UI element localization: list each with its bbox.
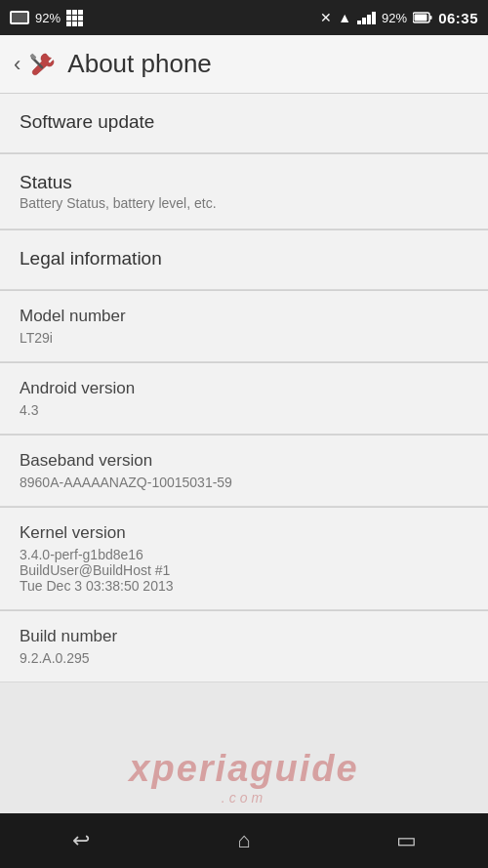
battery-percent: 92% xyxy=(382,11,407,25)
status-item[interactable]: Status Battery Status, battery level, et… xyxy=(0,154,488,229)
legal-information-title: Legal information xyxy=(20,248,468,269)
android-version-item: Android version 4.3 xyxy=(0,363,488,434)
software-update-title: Software update xyxy=(20,111,468,133)
top-left-battery: 92% xyxy=(35,11,61,25)
svg-rect-1 xyxy=(430,16,432,20)
content-area: Software update Status Battery Status, b… xyxy=(0,94,488,813)
svg-rect-4 xyxy=(30,53,37,60)
build-number-label: Build number xyxy=(20,627,468,646)
battery-icon xyxy=(413,12,432,23)
nav-back-button[interactable]: ↩ xyxy=(52,821,110,860)
status-time: 06:35 xyxy=(438,10,478,26)
baseband-version-value: 8960A-AAAAANAZQ-10015031-59 xyxy=(20,475,468,490)
status-subtitle: Battery Status, battery level, etc. xyxy=(20,195,468,211)
kernel-version-label: Kernel version xyxy=(20,523,468,543)
kernel-version-value: 3.4.0-perf-g1bd8e16 BuildUser@BuildHost … xyxy=(20,547,468,594)
page-title: About phone xyxy=(67,49,211,79)
baseband-version-label: Baseband version xyxy=(20,451,468,471)
model-number-item: Model number LT29i xyxy=(0,291,488,362)
status-title: Status xyxy=(20,172,468,193)
kernel-version-item: Kernel version 3.4.0-perf-g1bd8e16 Build… xyxy=(0,508,488,610)
android-version-value: 4.3 xyxy=(20,402,468,418)
build-number-value: 9.2.A.0.295 xyxy=(20,650,468,666)
nav-home-button[interactable]: ⌂ xyxy=(215,821,273,860)
wifi-icon: ▲ xyxy=(338,10,351,25)
model-number-value: LT29i xyxy=(20,330,468,346)
signal-bars-icon xyxy=(357,12,376,24)
android-version-label: Android version xyxy=(20,379,468,398)
software-update-item[interactable]: Software update xyxy=(0,94,488,153)
antenna-icon: ✕ xyxy=(320,10,332,25)
about-phone-icon xyxy=(28,50,58,79)
model-number-label: Model number xyxy=(20,307,468,326)
bottom-navigation: ↩ ⌂ ▭ xyxy=(0,813,488,868)
baseband-version-item: Baseband version 8960A-AAAAANAZQ-1001503… xyxy=(0,435,488,507)
legal-information-item[interactable]: Legal information xyxy=(0,230,488,290)
status-bar: 92% ✕ ▲ 92% 06:35 xyxy=(0,0,488,35)
grid-icon xyxy=(66,10,83,26)
page-header: ‹ About phone xyxy=(0,35,488,94)
build-number-item: Build number 9.2.A.0.295 xyxy=(0,611,488,682)
status-bar-left: 92% xyxy=(10,10,83,26)
back-button[interactable]: ‹ xyxy=(14,52,20,77)
screen-thumbnail-icon xyxy=(10,11,29,24)
status-bar-right: ✕ ▲ 92% 06:35 xyxy=(320,10,478,26)
svg-rect-2 xyxy=(415,15,427,21)
nav-recent-button[interactable]: ▭ xyxy=(378,821,436,860)
